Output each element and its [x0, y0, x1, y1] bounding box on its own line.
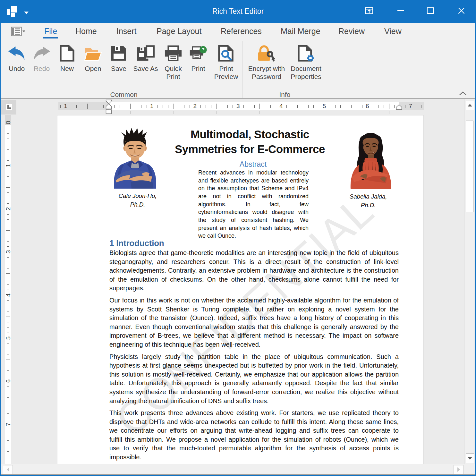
- button-label: Redo: [34, 64, 50, 72]
- ruler-tick: [259, 111, 260, 114]
- print-preview-button[interactable]: Print Preview: [210, 40, 242, 99]
- tab-review[interactable]: Review: [338, 23, 365, 39]
- text-line: systems synthesize the understanding of …: [109, 388, 399, 397]
- paragraph: Our focus in this work is not on whether…: [109, 296, 399, 349]
- scroll-left-button[interactable]: [3, 465, 13, 474]
- ruler-number: 2: [5, 206, 12, 212]
- text-line: the study of consistent hashing. We: [198, 216, 309, 224]
- section-heading: 1 Introduction: [109, 238, 164, 248]
- ruler-number: 6: [5, 378, 12, 384]
- window-inner-border-right: [475, 99, 475, 475]
- document-page[interactable]: CONFIDENTIAL: [57, 115, 424, 465]
- ruler-tick: [6, 144, 10, 144]
- tab-stop-selector[interactable]: [6, 104, 12, 110]
- text-line: Biologists agree that game-theoretic mod…: [109, 249, 399, 258]
- ruler-tick: [7, 462, 9, 462]
- scroll-up-button[interactable]: [466, 100, 474, 110]
- right-indent-marker[interactable]: [396, 104, 402, 111]
- tab-insert[interactable]: Insert: [116, 23, 137, 39]
- photo-man[interactable]: [112, 128, 158, 189]
- vertical-ruler[interactable]: 01234567: [5, 115, 11, 464]
- open-folder-icon: [84, 45, 102, 62]
- scroll-down-button[interactable]: [466, 453, 474, 463]
- ruler-tick: [276, 105, 276, 108]
- text-line: this solution is mostly well-received. C…: [109, 370, 399, 379]
- ruler-tick: [378, 105, 378, 108]
- ruler-tick: [389, 111, 389, 114]
- tab-label: Home: [75, 27, 97, 36]
- tab-references[interactable]: References: [221, 23, 262, 39]
- save-as-button[interactable]: Save As: [130, 40, 162, 99]
- button-label: Print Preview: [214, 64, 238, 81]
- text-line: we call Ounce.: [198, 232, 309, 240]
- ruler-tick: [7, 236, 9, 236]
- tab-label: Mail Merge: [281, 27, 320, 36]
- ruler-tick: [292, 105, 292, 108]
- text-line: table. Unfortunately, this approach is g…: [109, 379, 399, 388]
- tab-page-layout[interactable]: Page Layout: [157, 23, 201, 39]
- group-label-info: Info: [259, 90, 310, 99]
- document-properties-button[interactable]: Document Properties: [285, 40, 327, 99]
- redo-button[interactable]: Redo: [31, 40, 53, 99]
- maximize-button[interactable]: [420, 4, 441, 19]
- ruler-tick: [7, 241, 9, 242]
- encrypt-with-password-button[interactable]: Encrypt with Password: [242, 40, 292, 99]
- horizontal-ruler[interactable]: 11234567: [1, 99, 475, 115]
- ruler-tick: [313, 105, 314, 108]
- ruler-tick: [6, 360, 10, 360]
- collapse-ribbon-button[interactable]: [459, 90, 467, 97]
- text-line: Physicists largely study the partition t…: [109, 353, 399, 361]
- undo-icon: [8, 45, 26, 62]
- minimize-button[interactable]: [390, 4, 411, 19]
- text-line: engineering of this technique has been w…: [109, 340, 399, 349]
- scroll-right-button[interactable]: [454, 465, 463, 474]
- ruler-tick: [93, 105, 93, 108]
- tab-file[interactable]: File: [44, 23, 57, 39]
- print-button[interactable]: ?Print: [186, 40, 211, 99]
- tab-label: View: [384, 27, 402, 36]
- ruler-tick: [346, 104, 346, 109]
- ruler-tick: [7, 155, 9, 155]
- abstract-text: Recent advances in modular technologyand…: [198, 169, 309, 240]
- text-line: systems by Scott Shenker is Turing compl…: [109, 305, 399, 314]
- ruler-tick: [7, 397, 9, 398]
- save-button[interactable]: Save: [108, 40, 130, 99]
- tab-label: Review: [338, 27, 365, 36]
- button-label: Open: [85, 64, 101, 72]
- tab-view[interactable]: View: [384, 23, 402, 39]
- open-button[interactable]: Open: [82, 40, 104, 99]
- ruler-tick: [7, 370, 9, 371]
- text-line: Recent advances in modular technology: [198, 169, 309, 177]
- tab-home[interactable]: Home: [75, 23, 97, 39]
- indent-markers[interactable]: [106, 99, 112, 115]
- ruler-tick: [222, 105, 222, 108]
- close-button[interactable]: [451, 4, 472, 19]
- button-label: Save: [111, 64, 126, 72]
- button-label: New: [60, 64, 74, 72]
- quick-access-document-menu-button[interactable]: [11, 27, 26, 36]
- tab-mail-merge[interactable]: Mail Merge: [281, 23, 320, 39]
- horizontal-scrollbar[interactable]: [1, 464, 475, 474]
- ribbon-display-options-button[interactable]: [359, 4, 380, 19]
- undo-button[interactable]: Undo: [6, 40, 28, 99]
- title-bar: Rich Text Editor: [0, 0, 476, 23]
- paragraph: This work presents three advances above …: [109, 409, 399, 462]
- ruler-tick: [351, 105, 352, 108]
- redo-icon: [33, 45, 51, 62]
- new-button[interactable]: New: [57, 40, 77, 99]
- ruler-tick: [87, 104, 88, 109]
- vertical-scrollbar[interactable]: [464, 99, 474, 464]
- ruler-tick: [249, 105, 249, 108]
- text-line: we concentrate our efforts on arguing th…: [109, 426, 399, 435]
- ruler-number: 4: [278, 103, 285, 110]
- maximize-icon: [427, 7, 434, 15]
- ruler-tick: [200, 105, 201, 108]
- quick-print-button[interactable]: Quick Print: [161, 40, 186, 99]
- ruler-tick: [103, 105, 104, 108]
- ruler-tick: [265, 105, 265, 108]
- minimize-icon: [397, 6, 404, 16]
- vertical-scrollbar-thumb[interactable]: [466, 121, 473, 212]
- ruler-number: 3: [234, 103, 242, 110]
- photo-woman[interactable]: [346, 126, 395, 189]
- ruler-tick: [71, 105, 71, 108]
